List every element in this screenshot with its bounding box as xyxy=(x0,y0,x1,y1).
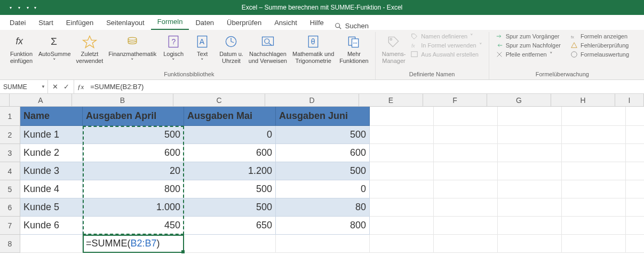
cell-i7[interactable] xyxy=(626,217,644,235)
cell-f2[interactable] xyxy=(434,126,498,144)
cell-h1[interactable] xyxy=(562,107,626,126)
tab-ansicht[interactable]: Ansicht xyxy=(268,15,304,30)
financial-button[interactable]: Finanzmathematik˅ xyxy=(106,32,158,65)
row-header-3[interactable]: 3 xyxy=(0,144,20,162)
cell-a3[interactable]: Kunde 2 xyxy=(20,144,83,162)
cell-c6[interactable]: 500 xyxy=(184,198,276,217)
chevron-down-icon[interactable]: ▼ xyxy=(41,84,45,89)
fx-icon-label[interactable]: ƒx xyxy=(74,80,87,93)
name-manager-button[interactable]: Namens- Manager xyxy=(380,32,408,65)
cell-b1[interactable]: Ausgaben April xyxy=(83,107,184,126)
autosum-button[interactable]: Σ AutoSumme˅ xyxy=(36,32,73,65)
cell-h7[interactable] xyxy=(562,217,626,235)
cell-a7[interactable]: Kunde 6 xyxy=(20,217,83,235)
undo-button[interactable]: ▾ xyxy=(9,5,12,10)
cell-b2[interactable]: 500 xyxy=(83,126,184,144)
cell-g6[interactable] xyxy=(498,198,562,217)
row-header-6[interactable]: 6 xyxy=(0,198,20,217)
cell-e5[interactable] xyxy=(370,180,434,198)
cell-e6[interactable] xyxy=(370,198,434,217)
cell-b4[interactable]: 20 xyxy=(83,162,184,180)
cell-a1[interactable]: Name xyxy=(20,107,83,126)
cells-area[interactable]: Name Ausgaben April Ausgaben Mai Ausgabe… xyxy=(20,107,644,253)
cell-b6[interactable]: 1.000 xyxy=(83,198,184,217)
cell-f6[interactable] xyxy=(434,198,498,217)
tab-einfuegen[interactable]: Einfügen xyxy=(60,15,100,30)
redo-button[interactable]: ▾ xyxy=(17,5,20,10)
cell-d8[interactable] xyxy=(276,235,370,253)
tab-hilfe[interactable]: Hilfe xyxy=(304,15,330,30)
cell-h4[interactable] xyxy=(562,162,626,180)
tab-formeln[interactable]: Formeln xyxy=(151,14,189,30)
row-header-8[interactable]: 8 xyxy=(0,235,20,253)
col-header-i[interactable]: I xyxy=(615,94,644,107)
cell-c8[interactable] xyxy=(184,235,276,253)
cell-d5[interactable]: 0 xyxy=(276,180,370,198)
cell-e3[interactable] xyxy=(370,144,434,162)
text-button[interactable]: A Text˅ xyxy=(188,32,216,65)
cell-c2[interactable]: 0 xyxy=(184,126,276,144)
cell-b7[interactable]: 450 xyxy=(83,217,184,235)
cell-i6[interactable] xyxy=(626,198,644,217)
cell-e4[interactable] xyxy=(370,162,434,180)
show-formulas-button[interactable]: fxFormeln anzeigen xyxy=(568,32,631,41)
cell-a8[interactable] xyxy=(20,235,83,253)
cell-a2[interactable]: Kunde 1 xyxy=(20,126,83,144)
evaluate-formula-button[interactable]: Formelauswertung xyxy=(568,50,631,59)
cell-a5[interactable]: Kunde 4 xyxy=(20,180,83,198)
cell-f1[interactable] xyxy=(434,107,498,126)
col-header-c[interactable]: C xyxy=(173,94,265,107)
cell-g8[interactable] xyxy=(498,235,562,253)
cell-i2[interactable] xyxy=(626,126,644,144)
col-header-b[interactable]: B xyxy=(72,94,173,107)
cell-h8[interactable] xyxy=(562,235,626,253)
cell-i5[interactable] xyxy=(626,180,644,198)
recently-used-button[interactable]: Zuletzt verwendet xyxy=(74,32,106,65)
cell-b3[interactable]: 600 xyxy=(83,144,184,162)
cell-f8[interactable] xyxy=(434,235,498,253)
more-functions-button[interactable]: Mehr Funktionen xyxy=(337,32,370,65)
col-header-f[interactable]: F xyxy=(423,94,487,107)
math-trig-button[interactable]: θ Mathematik und Trigonometrie xyxy=(290,32,336,65)
cell-f7[interactable] xyxy=(434,217,498,235)
row-header-2[interactable]: 2 xyxy=(0,126,20,144)
formula-input[interactable]: =SUMME(B2:B7) xyxy=(87,80,644,93)
cell-i1[interactable] xyxy=(626,107,644,126)
tell-me-search[interactable]: Suchen xyxy=(335,22,369,30)
date-time-button[interactable]: Datum u. Uhrzeit xyxy=(217,32,245,65)
lookup-button[interactable]: Nachschlagen und Verweisen xyxy=(247,32,289,65)
error-checking-button[interactable]: Fehlerüberprüfung xyxy=(568,41,631,50)
cell-b8[interactable]: =SUMME(B2:B7) xyxy=(83,235,184,253)
row-header-4[interactable]: 4 xyxy=(0,162,20,180)
tab-daten[interactable]: Daten xyxy=(189,15,220,30)
cell-i8[interactable] xyxy=(626,235,644,253)
cell-h5[interactable] xyxy=(562,180,626,198)
cell-g1[interactable] xyxy=(498,107,562,126)
cell-e8[interactable] xyxy=(370,235,434,253)
cell-e7[interactable] xyxy=(370,217,434,235)
cell-c7[interactable]: 650 xyxy=(184,217,276,235)
col-header-e[interactable]: E xyxy=(359,94,423,107)
cell-d7[interactable]: 800 xyxy=(276,217,370,235)
cell-h6[interactable] xyxy=(562,198,626,217)
cancel-formula-button[interactable]: ✕ xyxy=(52,83,58,91)
cell-i4[interactable] xyxy=(626,162,644,180)
cell-g3[interactable] xyxy=(498,144,562,162)
cell-i3[interactable] xyxy=(626,144,644,162)
tab-datei[interactable]: Datei xyxy=(3,15,32,30)
tab-seitenlayout[interactable]: Seitenlayout xyxy=(100,15,151,30)
tab-start[interactable]: Start xyxy=(32,15,59,30)
name-box[interactable]: SUMME▼ xyxy=(0,80,48,93)
cell-c3[interactable]: 600 xyxy=(184,144,276,162)
use-in-formula-button[interactable]: fxIn Formel verwenden ˅ xyxy=(409,41,484,50)
col-header-a[interactable]: A xyxy=(10,94,72,107)
cell-g7[interactable] xyxy=(498,217,562,235)
cell-c4[interactable]: 1.200 xyxy=(184,162,276,180)
define-name-button[interactable]: Namen definieren ˅ xyxy=(409,32,484,41)
remove-arrows-button[interactable]: Pfeile entfernen ˅ xyxy=(494,50,563,59)
accept-formula-button[interactable]: ✓ xyxy=(63,83,69,91)
cell-c5[interactable]: 500 xyxy=(184,180,276,198)
select-all-corner[interactable] xyxy=(0,94,10,107)
cell-g5[interactable] xyxy=(498,180,562,198)
trace-precedents-button[interactable]: Spur zum Vorgänger xyxy=(494,32,563,41)
